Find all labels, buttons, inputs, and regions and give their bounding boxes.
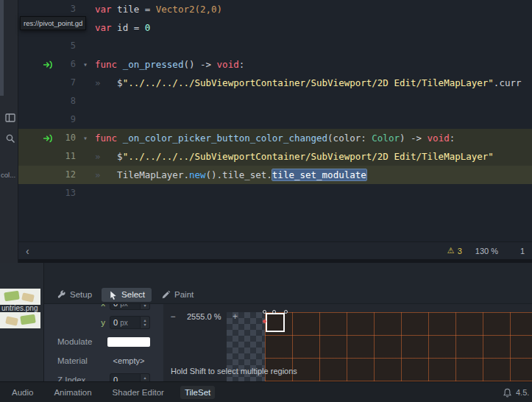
spin-value: 0 [113,304,118,308]
line-number: 7 [57,74,76,92]
search-icon[interactable] [4,133,16,144]
color-swatch[interactable] [107,337,150,347]
property-row: Z Index0▴▾ [44,370,163,381]
bottom-tab-audio[interactable]: Audio [7,386,38,399]
spin-value-box[interactable]: 0px [110,316,141,329]
tileset-panel: SetupSelectPaint x0px▴▾y0px▴▾ModulateMat… [44,263,532,381]
spin-unit: px [120,319,128,327]
code-line[interactable]: 9 [18,110,532,129]
property-value[interactable]: <empty> [107,356,150,365]
spin-unit: px [120,304,128,308]
code-line[interactable]: 5 [18,37,532,55]
component-label: x [101,304,105,308]
spin-steppers[interactable]: ▴▾ [141,373,150,381]
code-line[interactable]: 4var id = 0 [18,18,532,37]
code-text [95,92,532,110]
spin-steppers[interactable]: ▴▾ [141,304,150,310]
spin-value: 0 [113,318,118,327]
tab-label: Select [121,290,145,299]
file-thumbnail[interactable] [0,312,40,328]
fold-gutter [76,74,95,92]
bottom-panel-bar: AudioAnimationShader EditorTileSet 4.5. [0,381,532,402]
dock-item-truncated-label[interactable]: col... [1,171,15,179]
left-scrollbar-thumb[interactable] [0,0,4,96]
code-lines[interactable]: 3var tile = Vector2(2,0)4var id = 056▾fu… [18,0,532,241]
code-line[interactable]: 7» $"../../../../SubViewportContainer/Su… [18,74,532,92]
atlas-tile-grid[interactable] [265,312,532,381]
line-number: 13 [57,184,76,202]
scroll-left-icon[interactable]: ‹ [26,245,29,257]
property-label: Modulate [57,337,107,346]
fold-gutter [76,147,95,166]
line-number: 5 [57,37,76,55]
code-line[interactable]: 11» $"../../../../SubViewportContainer/S… [18,147,532,166]
paint-icon [161,290,171,300]
selected-tile-region[interactable] [266,313,285,332]
code-line[interactable]: 12» TileMapLayer.new().tile_set.tile_set… [18,166,532,184]
code-text: var id = 0 [95,18,532,37]
fold-chevron-icon[interactable]: ▾ [76,55,95,74]
resize-handle[interactable] [263,310,266,314]
resize-handle[interactable] [284,310,288,314]
signal-slot-icon[interactable] [18,129,57,147]
slot-gutter [18,92,57,110]
line-number: 10 [57,129,76,147]
editor-zoom-level[interactable]: 130 % [475,247,498,255]
file-thumbnail[interactable] [0,289,40,305]
fold-gutter [76,110,95,129]
slot-gutter [18,110,57,129]
code-line[interactable]: 3var tile = Vector2(2,0) [18,0,532,18]
tab-label: Paint [174,290,194,299]
code-text [95,110,532,129]
tab-label: Setup [70,290,92,299]
script-editor: 3var tile = Vector2(2,0)4var id = 056▾fu… [18,0,532,263]
godot-editor: col... 3var tile = Vector2(2,0)4var id =… [0,0,532,402]
spin-value-box[interactable]: 0 [110,373,141,381]
slot-gutter [18,166,57,184]
property-label: Z Index [57,375,110,381]
code-text [95,37,532,55]
spin-value-box[interactable]: 0px [110,304,141,310]
code-line[interactable]: 6▾func _on_pressed() -> void: [18,55,532,74]
fold-gutter [76,166,95,184]
signal-slot-icon[interactable] [18,55,57,74]
tab-select[interactable]: Select [102,288,152,302]
atlas-view[interactable]: − 2555.0 % + Hold Shift to select mu [163,304,532,381]
property-row: Modulate [44,332,163,351]
left-dock-sliver: col... [0,0,18,263]
slot-gutter [18,37,57,55]
fold-chevron-icon[interactable]: ▾ [76,129,95,147]
warnings-indicator[interactable]: ⚠ 3 [447,246,462,255]
tab-setup[interactable]: Setup [50,288,99,302]
script-status-bar: ‹ ⚠ 3 130 % 1 [18,241,532,259]
zoom-out-icon[interactable]: − [168,311,178,322]
code-line[interactable]: 8 [18,92,532,110]
bottom-tab-tileset[interactable]: TileSet [180,386,215,399]
tab-paint[interactable]: Paint [155,288,200,302]
file-name-label[interactable]: untries.png [1,304,38,312]
property-row: Material<empty> [44,351,163,370]
path-tooltip: res://pivot_point.gd [20,16,86,30]
atlas-zoom-level[interactable]: 2555.0 % [187,312,221,321]
slot-gutter [18,147,57,166]
code-text: » TileMapLayer.new().tile_set.tile_set_m… [95,166,532,184]
line-number: 9 [57,110,76,129]
code-text: var tile = Vector2(2,0) [95,0,532,18]
warning-count: 3 [458,247,462,255]
line-number: 8 [57,92,76,110]
code-line[interactable]: 13 [18,184,532,202]
bottom-area: untries.png SetupSelectPaint x0px▴▾y0px▴… [0,263,532,381]
zoom-in-icon[interactable]: + [230,311,240,322]
spin-steppers[interactable]: ▴▾ [141,316,150,329]
bottom-tab-animation[interactable]: Animation [49,386,96,399]
resize-handle-active[interactable] [263,320,266,323]
property-label: Material [57,356,107,365]
panel-layout-icon[interactable] [4,112,16,124]
resize-handle[interactable] [272,310,276,314]
notification-bell-icon[interactable] [503,388,512,398]
atlas-hint-text: Hold Shift to select multiple regions [171,367,297,375]
property-row: y0px▴▾ [44,313,163,332]
bottom-tab-shader-editor[interactable]: Shader Editor [108,386,169,399]
code-line[interactable]: 10▾func _on_color_picker_button_color_ch… [18,129,532,147]
fold-gutter [76,184,95,202]
